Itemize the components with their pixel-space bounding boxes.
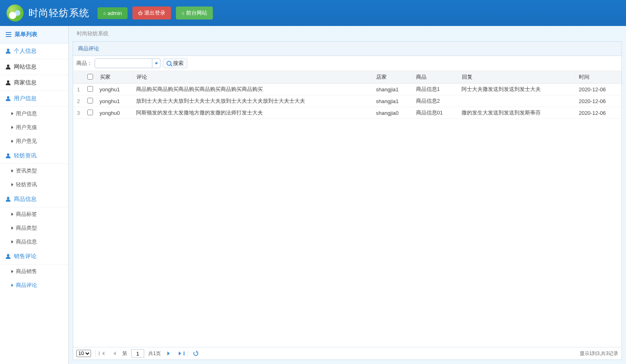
cell-time: 2020-12-06 [576,95,622,107]
sidebar: 菜单列表 个人信息 网站信息 商家信息 用户信息 用户信息 用户充值 用户意见 … [0,26,69,364]
next-page-button[interactable] [165,350,172,357]
row-checkbox[interactable] [87,110,93,115]
row-checkbox[interactable] [87,98,93,103]
search-label: 商品： [76,60,92,67]
cell-shop: shangjia0 [373,107,413,119]
front-site-button-label: 前台网站 [186,9,207,17]
caret-right-icon [11,213,13,216]
col-comment[interactable]: 评论 [133,71,373,84]
cell-time: 2020-12-06 [576,84,622,95]
page-label-pre: 第 [122,350,127,357]
power-icon: ⏻ [138,11,143,15]
user-icon [6,197,11,202]
pager-sep [188,350,188,357]
sidebar-item-label: 商品标签 [16,211,37,218]
sidebar-item-news-list[interactable]: 轻纺资讯 [0,178,68,192]
logout-button-label: 退出登录 [144,9,165,17]
sidebar-item-user-recharge[interactable]: 用户充值 [0,121,68,134]
sidebar-group-product[interactable]: 商品信息 [0,192,68,207]
page-total: 共1页 [148,350,161,357]
cell-num: 1 [73,84,84,95]
admin-button-label: admin [108,10,122,16]
cell-shop: shangjia1 [373,95,413,107]
page-input[interactable] [131,349,144,358]
caret-right-icon [11,270,13,273]
col-shop[interactable]: 店家 [373,71,413,84]
comments-table: 买家 评论 店家 商品 回复 时间 1yonghu1商品购买商品购买商品购买商品… [73,71,622,119]
cell-comment: 阿斯顿发的发生大发撒地方撒的发撒的法师打发士大夫 [133,107,373,119]
cell-product: 商品信息1 [413,84,459,95]
caret-right-icon [11,112,13,115]
table-header-row: 买家 评论 店家 商品 回复 时间 [73,71,622,84]
sidebar-group-site[interactable]: 网站信息 [0,59,68,75]
cell-select [84,95,96,107]
app-header: 时尚轻纺系统 ⌂ admin ⏻ 退出登录 ⌂ 前台网站 [0,0,626,26]
last-page-button[interactable] [176,350,184,357]
sidebar-group-merchant[interactable]: 商家信息 [0,75,68,91]
table-row[interactable]: 3yonghu0阿斯顿发的发生大发撒地方撒的发撒的法师打发士大夫shangjia… [73,107,622,119]
last-icon [179,351,181,355]
sidebar-item-label: 用户意见 [16,138,37,145]
cell-comment: 放到士大夫士大夫放到士大夫士大夫放到士大夫士大夫放到士大夫士大夫 [133,95,373,107]
sidebar-item-user-feedback[interactable]: 用户意见 [0,134,68,148]
cell-buyer: yonghu0 [96,107,133,119]
sidebar-group-user[interactable]: 用户信息 [0,91,68,107]
first-page-button[interactable] [100,350,107,357]
chevron-down-icon[interactable] [152,59,160,68]
caret-right-icon [11,140,13,143]
cell-product: 商品信息01 [413,107,459,119]
sidebar-item-product-sales[interactable]: 商品销售 [0,265,68,278]
sidebar-item-product-tag[interactable]: 商品标签 [0,207,68,221]
col-buyer[interactable]: 买家 [96,71,133,84]
caret-right-icon [11,169,13,172]
menu-icon [6,32,11,37]
sidebar-group-news[interactable]: 轻纺资讯 [0,148,68,164]
user-icon [6,153,11,158]
panel-title: 商品评论 [73,42,622,56]
sidebar-item-user-info[interactable]: 用户信息 [0,107,68,121]
col-num [73,71,84,84]
cell-reply: 撒的发生大发送到发送到发斯蒂芬 [458,107,575,119]
reload-icon [193,351,198,356]
cell-buyer: yonghu1 [96,95,133,107]
search-icon [167,61,171,66]
row-checkbox[interactable] [87,86,93,92]
sidebar-item-product-comments[interactable]: 商品评论 [0,278,68,292]
sidebar-item-label: 商品销售 [16,268,37,275]
home-icon: ⌂ [182,11,184,15]
sidebar-item-news-type[interactable]: 资讯类型 [0,164,68,178]
table-row[interactable]: 1yonghu1商品购买商品购买商品购买商品购买商品购买商品购买shangjia… [73,84,622,95]
cell-time: 2020-12-06 [576,107,622,119]
caret-right-icon [11,226,13,230]
sidebar-group-sales[interactable]: 销售评论 [0,249,68,265]
col-product[interactable]: 商品 [413,71,459,84]
app-logo [6,4,24,22]
sidebar-item-label: 用户充值 [16,124,37,131]
col-time[interactable]: 时间 [576,71,622,84]
cell-num: 3 [73,107,84,119]
home-icon: ⌂ [103,11,106,15]
product-combo-input[interactable] [95,59,152,68]
sidebar-item-product-type[interactable]: 商品类型 [0,221,68,235]
table-row[interactable]: 2yonghu1放到士大夫士大夫放到士大夫士大夫放到士大夫士大夫放到士大夫士大夫… [73,95,622,107]
logout-button[interactable]: ⏻ 退出登录 [132,6,171,19]
prev-page-button[interactable] [111,350,118,357]
search-button[interactable]: 搜索 [163,58,187,68]
sidebar-group-personal[interactable]: 个人信息 [0,43,68,59]
admin-button[interactable]: ⌂ admin [97,7,128,19]
select-all-checkbox[interactable] [87,74,93,80]
page-size-select[interactable]: 10 [76,350,91,357]
reload-button[interactable] [192,350,199,357]
front-site-button[interactable]: ⌂ 前台网站 [176,6,213,19]
pager-info: 显示1到3,共3记录 [580,350,618,357]
sidebar-item-product-info[interactable]: 商品信息 [0,235,68,249]
col-reply[interactable]: 回复 [458,71,575,84]
product-combo[interactable] [95,58,160,68]
cell-product: 商品信息2 [413,95,459,107]
table-wrapper: 买家 评论 店家 商品 回复 时间 1yonghu1商品购买商品购买商品购买商品… [73,71,622,347]
col-select [84,71,96,84]
sidebar-item-label: 轻纺资讯 [16,181,37,188]
user-icon [6,65,11,69]
cell-reply: 阿士大夫撒发送到发送到发士大夫 [458,84,575,95]
caret-right-icon [11,183,13,186]
